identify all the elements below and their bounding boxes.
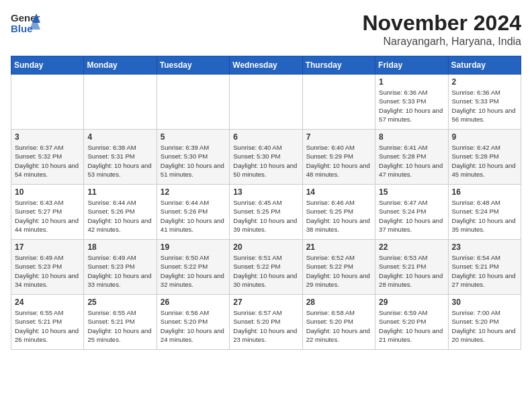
table-row: 24 Sunrise: 6:55 AMSunset: 5:21 PMDaylig… <box>11 295 84 350</box>
table-row: 15 Sunrise: 6:47 AMSunset: 5:24 PMDaylig… <box>375 185 448 240</box>
calendar-week-row: 1 Sunrise: 6:36 AMSunset: 5:33 PMDayligh… <box>11 75 521 130</box>
day-number: 29 <box>379 298 444 307</box>
header-wednesday: Wednesday <box>230 56 302 75</box>
table-row: 6 Sunrise: 6:40 AMSunset: 5:30 PMDayligh… <box>230 130 302 185</box>
table-row: 11 Sunrise: 6:44 AMSunset: 5:26 PMDaylig… <box>84 185 157 240</box>
day-number: 8 <box>379 132 444 142</box>
title-block: November 2024 Narayangarh, Haryana, Indi… <box>362 11 521 48</box>
day-number: 27 <box>233 298 298 307</box>
header-tuesday: Tuesday <box>157 56 229 75</box>
table-row: 19 Sunrise: 6:50 AMSunset: 5:22 PMDaylig… <box>157 240 229 295</box>
day-number: 16 <box>452 187 517 197</box>
day-info: Sunrise: 6:40 AMSunset: 5:30 PMDaylight:… <box>233 143 298 179</box>
day-number: 7 <box>306 132 371 142</box>
day-info: Sunrise: 7:00 AMSunset: 5:20 PMDaylight:… <box>452 308 517 344</box>
day-number: 6 <box>233 132 298 142</box>
day-info: Sunrise: 6:49 AMSunset: 5:23 PMDaylight:… <box>87 253 152 289</box>
month-title: November 2024 <box>362 11 521 36</box>
day-number: 12 <box>161 187 226 197</box>
calendar-week-row: 3 Sunrise: 6:37 AMSunset: 5:32 PMDayligh… <box>11 130 521 185</box>
calendar-week-row: 24 Sunrise: 6:55 AMSunset: 5:21 PMDaylig… <box>11 295 521 350</box>
table-row: 20 Sunrise: 6:51 AMSunset: 5:22 PMDaylig… <box>230 240 302 295</box>
location-title: Narayangarh, Haryana, India <box>362 36 521 48</box>
day-info: Sunrise: 6:46 AMSunset: 5:25 PMDaylight:… <box>306 198 371 234</box>
table-row <box>11 75 84 130</box>
day-info: Sunrise: 6:44 AMSunset: 5:26 PMDaylight:… <box>161 198 226 234</box>
day-info: Sunrise: 6:45 AMSunset: 5:25 PMDaylight:… <box>233 198 298 234</box>
calendar-header-row: Sunday Monday Tuesday Wednesday Thursday… <box>11 56 521 75</box>
table-row <box>302 75 375 130</box>
day-number: 18 <box>87 242 152 252</box>
day-info: Sunrise: 6:55 AMSunset: 5:21 PMDaylight:… <box>87 308 152 344</box>
header-saturday: Saturday <box>448 56 521 75</box>
day-info: Sunrise: 6:54 AMSunset: 5:21 PMDaylight:… <box>452 253 517 289</box>
logo-icon: General Blue <box>11 11 40 35</box>
header-thursday: Thursday <box>302 56 375 75</box>
day-number: 5 <box>161 132 226 142</box>
table-row: 2 Sunrise: 6:36 AMSunset: 5:33 PMDayligh… <box>448 75 521 130</box>
table-row <box>84 75 157 130</box>
table-row: 18 Sunrise: 6:49 AMSunset: 5:23 PMDaylig… <box>84 240 157 295</box>
header-monday: Monday <box>84 56 157 75</box>
day-number: 21 <box>306 242 371 252</box>
table-row: 1 Sunrise: 6:36 AMSunset: 5:33 PMDayligh… <box>375 75 448 130</box>
table-row: 13 Sunrise: 6:45 AMSunset: 5:25 PMDaylig… <box>230 185 302 240</box>
table-row: 3 Sunrise: 6:37 AMSunset: 5:32 PMDayligh… <box>11 130 84 185</box>
day-info: Sunrise: 6:40 AMSunset: 5:29 PMDaylight:… <box>306 143 371 179</box>
day-number: 28 <box>306 298 371 307</box>
day-info: Sunrise: 6:36 AMSunset: 5:33 PMDaylight:… <box>452 88 517 124</box>
day-info: Sunrise: 6:41 AMSunset: 5:28 PMDaylight:… <box>379 143 444 179</box>
table-row: 26 Sunrise: 6:56 AMSunset: 5:20 PMDaylig… <box>157 295 229 350</box>
day-info: Sunrise: 6:42 AMSunset: 5:28 PMDaylight:… <box>452 143 517 179</box>
day-info: Sunrise: 6:39 AMSunset: 5:30 PMDaylight:… <box>161 143 226 179</box>
day-info: Sunrise: 6:51 AMSunset: 5:22 PMDaylight:… <box>233 253 298 289</box>
day-number: 1 <box>379 77 444 87</box>
calendar-table: Sunday Monday Tuesday Wednesday Thursday… <box>11 56 521 350</box>
day-number: 2 <box>452 77 517 87</box>
day-number: 24 <box>15 298 80 307</box>
day-info: Sunrise: 6:53 AMSunset: 5:21 PMDaylight:… <box>379 253 444 289</box>
day-info: Sunrise: 6:52 AMSunset: 5:22 PMDaylight:… <box>306 253 371 289</box>
calendar-week-row: 17 Sunrise: 6:49 AMSunset: 5:23 PMDaylig… <box>11 240 521 295</box>
table-row: 16 Sunrise: 6:48 AMSunset: 5:24 PMDaylig… <box>448 185 521 240</box>
table-row: 27 Sunrise: 6:57 AMSunset: 5:20 PMDaylig… <box>230 295 302 350</box>
table-row: 21 Sunrise: 6:52 AMSunset: 5:22 PMDaylig… <box>302 240 375 295</box>
logo: General Blue <box>11 11 40 35</box>
table-row: 17 Sunrise: 6:49 AMSunset: 5:23 PMDaylig… <box>11 240 84 295</box>
day-number: 17 <box>15 242 80 252</box>
svg-text:Blue: Blue <box>11 23 33 34</box>
day-number: 30 <box>452 298 517 307</box>
page-header: General Blue November 2024 Narayangarh, … <box>11 11 521 48</box>
day-info: Sunrise: 6:50 AMSunset: 5:22 PMDaylight:… <box>161 253 226 289</box>
day-number: 19 <box>161 242 226 252</box>
day-info: Sunrise: 6:59 AMSunset: 5:20 PMDaylight:… <box>379 308 444 344</box>
day-info: Sunrise: 6:58 AMSunset: 5:20 PMDaylight:… <box>306 308 371 344</box>
table-row: 4 Sunrise: 6:38 AMSunset: 5:31 PMDayligh… <box>84 130 157 185</box>
day-info: Sunrise: 6:47 AMSunset: 5:24 PMDaylight:… <box>379 198 444 234</box>
table-row <box>157 75 229 130</box>
day-number: 10 <box>15 187 80 197</box>
day-number: 11 <box>87 187 152 197</box>
header-friday: Friday <box>375 56 448 75</box>
day-info: Sunrise: 6:55 AMSunset: 5:21 PMDaylight:… <box>15 308 80 344</box>
day-info: Sunrise: 6:57 AMSunset: 5:20 PMDaylight:… <box>233 308 298 344</box>
day-number: 15 <box>379 187 444 197</box>
day-number: 26 <box>161 298 226 307</box>
table-row: 25 Sunrise: 6:55 AMSunset: 5:21 PMDaylig… <box>84 295 157 350</box>
day-number: 14 <box>306 187 371 197</box>
table-row: 7 Sunrise: 6:40 AMSunset: 5:29 PMDayligh… <box>302 130 375 185</box>
day-number: 25 <box>87 298 152 307</box>
day-number: 22 <box>379 242 444 252</box>
table-row: 12 Sunrise: 6:44 AMSunset: 5:26 PMDaylig… <box>157 185 229 240</box>
day-number: 13 <box>233 187 298 197</box>
header-sunday: Sunday <box>11 56 84 75</box>
table-row <box>230 75 302 130</box>
table-row: 23 Sunrise: 6:54 AMSunset: 5:21 PMDaylig… <box>448 240 521 295</box>
table-row: 9 Sunrise: 6:42 AMSunset: 5:28 PMDayligh… <box>448 130 521 185</box>
day-number: 4 <box>87 132 152 142</box>
day-number: 20 <box>233 242 298 252</box>
day-number: 23 <box>452 242 517 252</box>
table-row: 29 Sunrise: 6:59 AMSunset: 5:20 PMDaylig… <box>375 295 448 350</box>
table-row: 8 Sunrise: 6:41 AMSunset: 5:28 PMDayligh… <box>375 130 448 185</box>
day-info: Sunrise: 6:49 AMSunset: 5:23 PMDaylight:… <box>15 253 80 289</box>
